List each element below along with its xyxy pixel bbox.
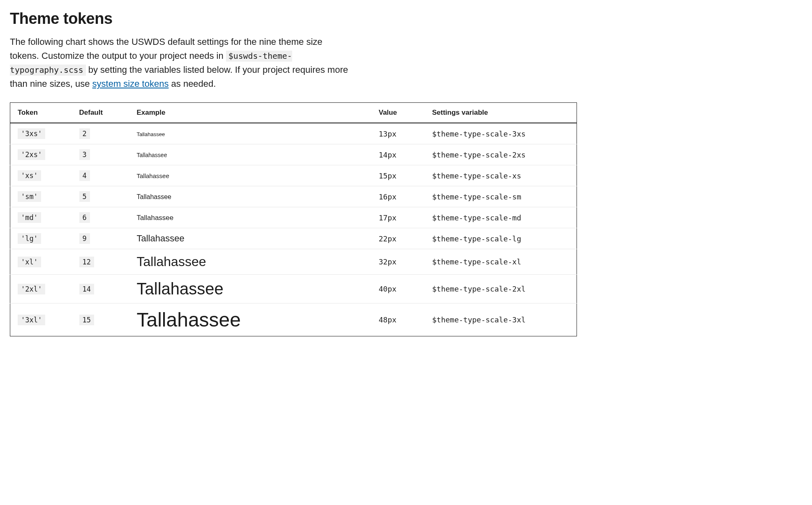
token-cell: '3xl' xyxy=(18,315,45,325)
theme-tokens-table: Token Default Example Value Settings var… xyxy=(10,102,577,336)
settings-variable-cell: $theme-type-scale-xs xyxy=(425,165,577,186)
value-cell: 22px xyxy=(371,228,425,249)
intro-paragraph: The following chart shows the USWDS defa… xyxy=(10,35,351,91)
example-cell: Tallahassee xyxy=(137,193,172,200)
table-row: 'md'6Tallahassee17px$theme-type-scale-md xyxy=(10,207,577,228)
settings-variable-cell: $theme-type-scale-sm xyxy=(425,186,577,207)
table-row: '3xs'2Tallahassee13px$theme-type-scale-3… xyxy=(10,123,577,144)
value-cell: 14px xyxy=(371,144,425,165)
example-cell: Tallahassee xyxy=(137,254,206,269)
token-cell: 'xl' xyxy=(18,257,41,267)
example-cell: Tallahassee xyxy=(137,172,169,179)
example-cell: Tallahassee xyxy=(137,214,174,222)
token-cell: '2xl' xyxy=(18,284,45,294)
settings-variable-cell: $theme-type-scale-lg xyxy=(425,228,577,249)
token-cell: '2xs' xyxy=(18,149,45,160)
table-row: 'xs'4Tallahassee15px$theme-type-scale-xs xyxy=(10,165,577,186)
value-cell: 15px xyxy=(371,165,425,186)
default-cell: 14 xyxy=(79,284,94,294)
default-cell: 4 xyxy=(79,170,90,181)
default-cell: 5 xyxy=(79,191,90,202)
example-cell: Tallahassee xyxy=(137,309,241,331)
settings-variable-cell: $theme-type-scale-2xl xyxy=(425,275,577,303)
col-header-default: Default xyxy=(72,103,129,123)
system-size-tokens-link[interactable]: system size tokens xyxy=(92,79,169,89)
table-row: '2xs'3Tallahassee14px$theme-type-scale-2… xyxy=(10,144,577,165)
example-cell: Tallahassee xyxy=(137,233,185,243)
table-row: 'sm'5Tallahassee16px$theme-type-scale-sm xyxy=(10,186,577,207)
default-cell: 3 xyxy=(79,149,90,160)
token-cell: 'md' xyxy=(18,212,41,223)
token-cell: 'sm' xyxy=(18,191,41,202)
example-cell: Tallahassee xyxy=(137,280,224,298)
section-heading: Theme tokens xyxy=(10,10,577,28)
example-cell: Tallahassee xyxy=(137,131,165,137)
default-cell: 2 xyxy=(79,128,90,139)
default-cell: 15 xyxy=(79,315,94,325)
value-cell: 13px xyxy=(371,123,425,144)
default-cell: 9 xyxy=(79,233,90,244)
table-row: 'lg'9Tallahassee22px$theme-type-scale-lg xyxy=(10,228,577,249)
value-cell: 17px xyxy=(371,207,425,228)
table-row: 'xl'12Tallahassee32px$theme-type-scale-x… xyxy=(10,249,577,275)
settings-variable-cell: $theme-type-scale-3xl xyxy=(425,303,577,336)
settings-variable-cell: $theme-type-scale-xl xyxy=(425,249,577,275)
value-cell: 40px xyxy=(371,275,425,303)
table-row: '2xl'14Tallahassee40px$theme-type-scale-… xyxy=(10,275,577,303)
token-cell: 'lg' xyxy=(18,233,41,244)
value-cell: 16px xyxy=(371,186,425,207)
settings-variable-cell: $theme-type-scale-md xyxy=(425,207,577,228)
table-row: '3xl'15Tallahassee48px$theme-type-scale-… xyxy=(10,303,577,336)
default-cell: 6 xyxy=(79,212,90,223)
value-cell: 48px xyxy=(371,303,425,336)
value-cell: 32px xyxy=(371,249,425,275)
token-cell: '3xs' xyxy=(18,128,45,139)
default-cell: 12 xyxy=(79,257,94,267)
col-header-value: Value xyxy=(371,103,425,123)
token-cell: 'xs' xyxy=(18,170,41,181)
col-header-example: Example xyxy=(129,103,371,123)
example-cell: Tallahassee xyxy=(137,152,167,158)
col-header-variable: Settings variable xyxy=(425,103,577,123)
settings-variable-cell: $theme-type-scale-3xs xyxy=(425,123,577,144)
intro-text-3: as needed. xyxy=(171,79,216,89)
table-header-row: Token Default Example Value Settings var… xyxy=(10,103,577,123)
settings-variable-cell: $theme-type-scale-2xs xyxy=(425,144,577,165)
col-header-token: Token xyxy=(10,103,72,123)
